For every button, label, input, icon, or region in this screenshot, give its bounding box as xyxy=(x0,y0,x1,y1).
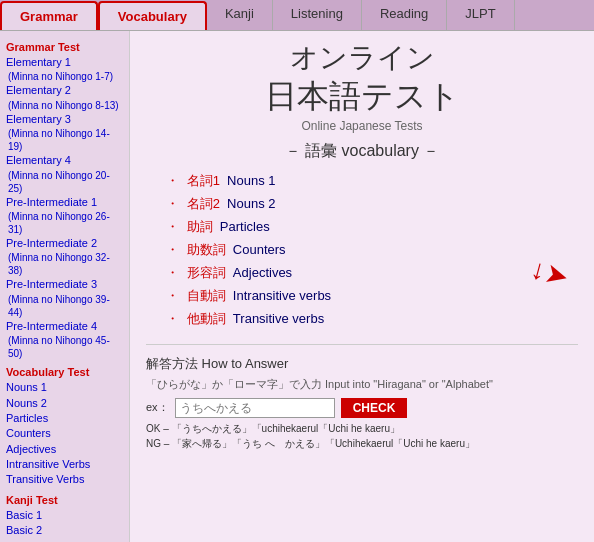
title-english: Online Japanese Tests xyxy=(146,119,578,133)
sidebar-sub-preint3: (Minna no Nihongo 39-44) xyxy=(6,293,123,319)
vocab-jp-nouns2: 名詞2 xyxy=(187,196,220,211)
sidebar-item-particles[interactable]: Particles xyxy=(6,411,123,426)
sidebar-item-preint1[interactable]: Pre-Intermediate 1 xyxy=(6,195,123,210)
vocab-link-counters[interactable]: Counters xyxy=(233,242,286,257)
list-item: 助詞 Particles xyxy=(166,218,578,236)
sidebar-item-preint2[interactable]: Pre-Intermediate 2 xyxy=(6,236,123,251)
sidebar-item-basic3[interactable]: Basic 3 xyxy=(6,539,123,542)
sidebar-vocab-title: Vocabulary Test xyxy=(6,366,123,378)
vocab-link-transitive[interactable]: Transitive verbs xyxy=(233,311,324,326)
nav-jlpt[interactable]: JLPT xyxy=(447,0,514,30)
list-item: 名詞2 Nouns 2 xyxy=(166,195,578,213)
vocab-link-adjectives[interactable]: Adjectives xyxy=(233,265,292,280)
sidebar-sub-preint1: (Minna no Nihongo 26-31) xyxy=(6,210,123,236)
answer-input-row: ex： CHECK xyxy=(146,398,578,418)
list-item: 名詞1 Nouns 1 xyxy=(166,172,578,190)
sidebar-sub-preint2: (Minna no Nihongo 32-38) xyxy=(6,251,123,277)
check-button[interactable]: CHECK xyxy=(341,398,408,418)
sidebar-item-adjectives[interactable]: Adjectives xyxy=(6,442,123,457)
nav-kanji[interactable]: Kanji xyxy=(207,0,273,30)
sidebar-kanji-title: Kanji Test xyxy=(6,494,123,506)
list-item: 他動詞 Transitive verbs xyxy=(166,310,578,328)
sidebar-sub-preint4: (Minna no Nihongo 45-50) xyxy=(6,334,123,360)
vocab-link-nouns2[interactable]: Nouns 2 xyxy=(227,196,275,211)
vocab-list: 名詞1 Nouns 1 名詞2 Nouns 2 助詞 Particles 助数詞… xyxy=(146,172,578,328)
vocab-jp-adjectives: 形容詞 xyxy=(187,265,226,280)
answer-input[interactable] xyxy=(175,398,335,418)
sidebar-item-preint4[interactable]: Pre-Intermediate 4 xyxy=(6,319,123,334)
sidebar-item-elementary3[interactable]: Elementary 3 xyxy=(6,112,123,127)
sidebar-item-basic2[interactable]: Basic 2 xyxy=(6,523,123,538)
how-to-section: 解答方法 How to Answer 「ひらがな」か「ローマ字」で入力 Inpu… xyxy=(146,344,578,451)
sidebar-item-transitive[interactable]: Transitive Verbs xyxy=(6,472,123,487)
how-to-desc: 「ひらがな」か「ローマ字」で入力 Input into "Hiragana" o… xyxy=(146,377,578,392)
sidebar: Grammar Test Elementary 1 (Minna no Niho… xyxy=(0,31,130,542)
vocab-jp-particles: 助詞 xyxy=(187,219,213,234)
vocab-link-nouns1[interactable]: Nouns 1 xyxy=(227,173,275,188)
sidebar-item-elementary2[interactable]: Elementary 2 xyxy=(6,83,123,98)
list-item: 自動詞 Intransitive verbs xyxy=(166,287,578,305)
main-content: オンライン 日本語テスト Online Japanese Tests － 語彙 … xyxy=(130,31,594,542)
sidebar-item-preint3[interactable]: Pre-Intermediate 3 xyxy=(6,277,123,292)
page-layout: Grammar Test Elementary 1 (Minna no Niho… xyxy=(0,31,594,542)
vocab-jp-intransitive: 自動詞 xyxy=(187,288,226,303)
vocab-heading: － 語彙 vocabulary － xyxy=(146,141,578,162)
result-ok: OK – 「うちへかえる」「uchihekaerul「Uchi he kaeru… xyxy=(146,422,578,436)
nav-reading[interactable]: Reading xyxy=(362,0,447,30)
how-to-title: 解答方法 How to Answer xyxy=(146,355,578,373)
sidebar-item-intransitive[interactable]: Intransitive Verbs xyxy=(6,457,123,472)
sidebar-item-elementary4[interactable]: Elementary 4 xyxy=(6,153,123,168)
title-japanese-line1: オンライン xyxy=(146,41,578,75)
vocab-jp-nouns1: 名詞1 xyxy=(187,173,220,188)
vocab-jp-counters: 助数詞 xyxy=(187,242,226,257)
nav-grammar[interactable]: Grammar xyxy=(0,1,98,30)
sidebar-sub-elementary1: (Minna no Nihongo 1-7) xyxy=(6,70,123,83)
sidebar-sub-elementary4: (Minna no Nihongo 20-25) xyxy=(6,169,123,195)
title-japanese-line2: 日本語テスト xyxy=(146,75,578,119)
vocab-jp-transitive: 他動詞 xyxy=(187,311,226,326)
vocab-link-particles[interactable]: Particles xyxy=(220,219,270,234)
nav-bar: Grammar Vocabulary Kanji Listening Readi… xyxy=(0,0,594,31)
result-ng: NG – 「家へ帰る」「うち へ かえる」「Uchihekaerul「Uchi … xyxy=(146,437,578,451)
sidebar-item-elementary1[interactable]: Elementary 1 xyxy=(6,55,123,70)
nav-vocabulary[interactable]: Vocabulary xyxy=(98,1,207,30)
list-item: 形容詞 Adjectives ↓➤ xyxy=(166,264,578,282)
ex-label: ex： xyxy=(146,400,169,415)
sidebar-item-nouns1[interactable]: Nouns 1 xyxy=(6,380,123,395)
list-item: 助数詞 Counters xyxy=(166,241,578,259)
sidebar-sub-elementary2: (Minna no Nihongo 8-13) xyxy=(6,99,123,112)
sidebar-item-nouns2[interactable]: Nouns 2 xyxy=(6,396,123,411)
vocab-link-intransitive[interactable]: Intransitive verbs xyxy=(233,288,331,303)
sidebar-grammar-title: Grammar Test xyxy=(6,41,123,53)
sidebar-item-counters[interactable]: Counters xyxy=(6,426,123,441)
nav-listening[interactable]: Listening xyxy=(273,0,362,30)
sidebar-sub-elementary3: (Minna no Nihongo 14-19) xyxy=(6,127,123,153)
sidebar-item-basic1[interactable]: Basic 1 xyxy=(6,508,123,523)
